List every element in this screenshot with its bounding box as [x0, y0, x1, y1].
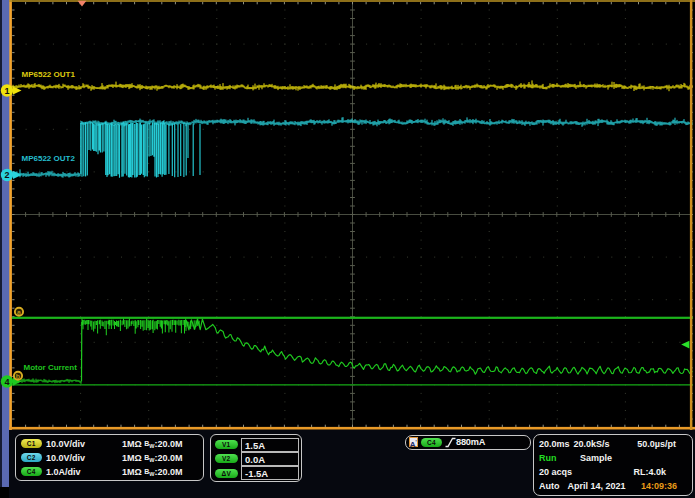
svg-text:b: b	[16, 373, 20, 380]
svg-text:1: 1	[4, 86, 9, 96]
svg-text:MP6522 OUT1: MP6522 OUT1	[22, 70, 76, 79]
svg-text:4: 4	[4, 377, 9, 387]
svg-text:Motor Current: Motor Current	[24, 363, 78, 372]
svg-text:MP6522 OUT2: MP6522 OUT2	[22, 154, 76, 163]
svg-text:a: a	[17, 309, 21, 316]
svg-text:2: 2	[4, 170, 9, 180]
